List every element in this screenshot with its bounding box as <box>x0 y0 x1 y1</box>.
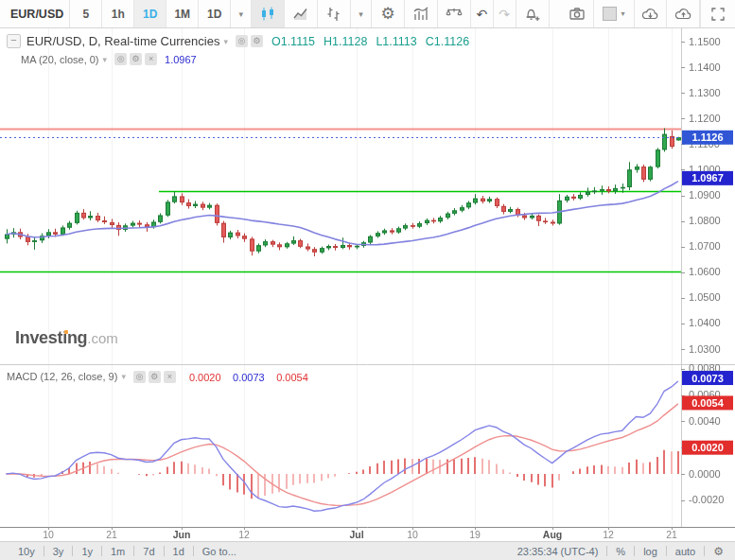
goto-date-button[interactable]: Go to... <box>194 546 245 557</box>
ma-chevron-down-icon[interactable]: ▾ <box>103 55 108 64</box>
range-3y-button[interactable]: 3y <box>44 546 73 557</box>
load-chart-button[interactable] <box>635 0 668 27</box>
ohlc-chart-type-button[interactable] <box>318 0 351 27</box>
macd-chevron-down-icon[interactable]: ▾ <box>121 372 126 381</box>
chart-app: { "icons": { "gear": "⚙", "caret_down": … <box>0 0 735 560</box>
undo-button[interactable]: ↶ <box>471 0 494 27</box>
layout-square-icon <box>603 7 617 21</box>
settings-button[interactable]: ⚙ <box>372 0 405 27</box>
range-buttons: 10y 3y 1y 1m 7d 1d Go to... <box>9 542 245 560</box>
compare-button[interactable] <box>438 0 471 27</box>
percent-scale-button[interactable]: % <box>607 546 634 557</box>
ohlc-values: O1.1115H1.1128L1.1113C1.1126 <box>271 35 478 48</box>
chart-title[interactable]: EUR/USD, D, Real-time Currencies <box>26 34 219 48</box>
save-chart-button[interactable] <box>667 0 700 27</box>
clock-label[interactable]: 23:35:34 (UTC-4) <box>509 546 607 557</box>
macd-line-value: 0.0073 <box>233 372 265 383</box>
candlestick-icon <box>259 6 276 23</box>
chart-area: − EUR/USD, D, Real-time Currencies ▾ ◎ ⚙… <box>0 28 735 541</box>
macd-settings-icon[interactable]: ⚙ <box>149 371 161 383</box>
chart-canvas[interactable] <box>0 28 735 541</box>
ma-value: 1.0967 <box>165 54 197 65</box>
low-value: L1.1113 <box>376 35 416 48</box>
bell-plus-icon <box>524 6 541 23</box>
ma-label[interactable]: MA (20, close, 0) <box>21 54 99 65</box>
close-value: C1.1126 <box>426 35 469 48</box>
main-chart-legend: − EUR/USD, D, Real-time Currencies ▾ ◎ ⚙… <box>7 34 478 48</box>
collapse-legend-icon[interactable]: − <box>7 34 21 48</box>
ma-remove-icon[interactable]: × <box>145 53 157 65</box>
visibility-icon[interactable]: ◎ <box>236 35 248 47</box>
undo-icon: ↶ <box>476 8 487 21</box>
candlestick-chart-type-button[interactable] <box>252 0 285 27</box>
top-toolbar: EUR/USD 5 1h 1D 1M 1D ▾ ▾ ⚙ <box>0 0 735 28</box>
bottom-toolbar: 10y 3y 1y 1m 7d 1d Go to... 23:35:34 (UT… <box>0 541 735 560</box>
axis-settings-gear-icon[interactable]: ⚙ <box>705 545 726 558</box>
macd-legend: MACD (12, 26, close, 9) ▾ ◎ ⚙ × 0.0020 0… <box>7 368 308 385</box>
brand-suffix: .com <box>87 330 118 346</box>
layout-dropdown-icon: ▾ <box>621 9 624 18</box>
investing-watermark: Investing.com <box>15 328 118 348</box>
toolbar-gap <box>550 0 562 27</box>
range-1y-button[interactable]: 1y <box>73 546 101 557</box>
symbol-label[interactable]: EUR/USD <box>0 0 70 27</box>
ma-legend: MA (20, close, 0) ▾ ◎ ⚙ × 1.0967 <box>21 53 197 65</box>
open-value: O1.1115 <box>271 35 315 48</box>
log-scale-button[interactable]: log <box>635 546 666 557</box>
macd-visibility-icon[interactable]: ◎ <box>133 371 146 383</box>
layout-template-button[interactable]: ▾ <box>594 0 634 27</box>
gear-icon: ⚙ <box>380 6 394 22</box>
macd-remove-icon[interactable]: × <box>164 371 176 383</box>
scales-icon <box>446 6 463 23</box>
macd-signal-value: 0.0054 <box>276 372 308 383</box>
timeframe-1h-button[interactable]: 1h <box>102 0 134 27</box>
redo-icon: ↷ <box>499 8 510 21</box>
timeframe-1d2-button[interactable]: 1D <box>199 0 231 27</box>
macd-values: 0.0020 0.0073 0.0054 <box>182 368 308 385</box>
ma-settings-icon[interactable]: ⚙ <box>130 53 142 65</box>
indicators-button[interactable] <box>405 0 438 27</box>
auto-scale-button[interactable]: auto <box>667 546 704 557</box>
chevron-down-icon[interactable]: ▾ <box>223 37 228 46</box>
ohlc-bars-icon <box>325 6 342 23</box>
cloud-download-icon <box>641 6 659 23</box>
cloud-upload-icon <box>674 6 692 23</box>
series-settings-icon[interactable]: ⚙ <box>251 35 263 47</box>
brand-text: Investing <box>15 328 87 347</box>
range-1d-button[interactable]: 1d <box>165 546 193 557</box>
chart-type-dropdown-icon[interactable]: ▾ <box>351 0 372 27</box>
expand-icon <box>709 6 726 23</box>
macd-hist-value: 0.0020 <box>189 372 221 383</box>
line-chart-type-button[interactable] <box>285 0 318 27</box>
high-value: H1.1128 <box>324 35 367 48</box>
camera-icon <box>569 6 586 23</box>
brand-dot <box>64 330 68 334</box>
timeframe-dropdown-icon[interactable]: ▾ <box>231 0 252 27</box>
indicators-icon <box>412 6 429 23</box>
timeframe-5-button[interactable]: 5 <box>70 0 102 27</box>
timeframe-1d-button[interactable]: 1D <box>134 0 166 27</box>
screenshot-button[interactable] <box>561 0 594 27</box>
macd-label[interactable]: MACD (12, 26, close, 9) <box>7 371 117 382</box>
fullscreen-button[interactable] <box>700 0 735 27</box>
range-7d-button[interactable]: 7d <box>134 546 163 557</box>
timeframe-1m-button[interactable]: 1M <box>166 0 199 27</box>
add-alert-button[interactable] <box>516 0 550 27</box>
area-chart-icon <box>292 6 309 23</box>
ma-visibility-icon[interactable]: ◎ <box>114 53 127 65</box>
scale-controls: 23:35:34 (UTC-4) % log auto ⚙ <box>509 542 726 560</box>
range-1m-button[interactable]: 1m <box>102 546 133 557</box>
redo-button[interactable]: ↷ <box>494 0 516 27</box>
range-10y-button[interactable]: 10y <box>9 546 44 557</box>
